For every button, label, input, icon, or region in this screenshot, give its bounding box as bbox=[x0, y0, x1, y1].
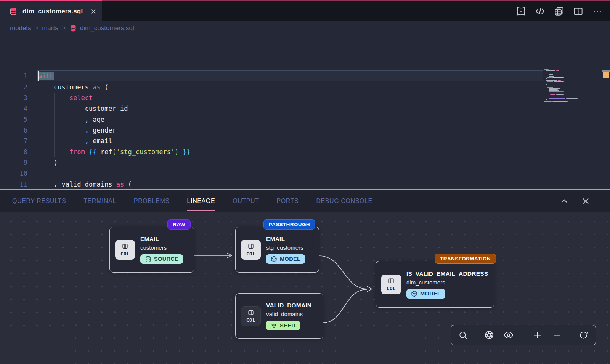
node-type-badge-seed: SEED bbox=[266, 321, 300, 330]
editor-action-icons bbox=[515, 1, 602, 21]
cube-icon bbox=[271, 256, 277, 262]
node-title: IS_VALID_EMAIL_ADDRESS bbox=[406, 270, 488, 277]
graph-toolbar-group bbox=[571, 325, 596, 345]
line-number: 4 bbox=[0, 105, 27, 112]
zoom-out-icon[interactable] bbox=[552, 330, 562, 340]
aperture-icon[interactable] bbox=[484, 330, 494, 340]
app-window: dim_customers.sql models>marts>dim_custo… bbox=[0, 0, 610, 364]
close-panel-icon[interactable] bbox=[580, 196, 591, 206]
code-line-8: 8 from {{ ref('stg_customers') }} bbox=[0, 146, 541, 157]
zoom-in-icon[interactable] bbox=[532, 330, 543, 340]
code-line-6: 6 , gender bbox=[0, 125, 541, 136]
panel-tab-lineage[interactable]: LINEAGE bbox=[187, 190, 215, 212]
node-title: EMAIL bbox=[266, 236, 285, 243]
panel-actions bbox=[559, 190, 610, 212]
panel-tabs: QUERY RESULTSTERMINALPROBLEMSLINEAGEOUTP… bbox=[0, 190, 372, 212]
lineage-node-dim_customers[interactable]: TRANSFORMATIONCOLIS_VALID_EMAIL_ADDRESSd… bbox=[376, 261, 494, 308]
code-line-3: 3 select bbox=[0, 93, 541, 103]
lineage-canvas[interactable]: RAWCOLEMAILcustomersSOURCEPASSTHROUGHCOL… bbox=[0, 212, 610, 364]
tab-dim-customers[interactable]: dim_customers.sql bbox=[0, 0, 102, 21]
line-number: 2 bbox=[0, 83, 27, 91]
column-chip: COL bbox=[241, 240, 261, 260]
ruler-marker-orange[interactable] bbox=[603, 72, 609, 78]
node-badge-transformation: TRANSFORMATION bbox=[435, 254, 496, 264]
search-icon[interactable] bbox=[458, 330, 468, 340]
node-subtitle: valid_domains bbox=[266, 311, 303, 317]
database-icon bbox=[69, 24, 77, 32]
chip-label: COL bbox=[246, 317, 255, 323]
chip-label: COL bbox=[246, 251, 255, 257]
close-icon[interactable] bbox=[90, 6, 97, 17]
refresh-icon[interactable] bbox=[578, 330, 589, 340]
graph-toolbar bbox=[451, 325, 596, 345]
minimap[interactable] bbox=[543, 69, 600, 104]
node-badge-passthrough: PASSTHROUGH bbox=[263, 219, 315, 230]
breadcrumb-item-marts[interactable]: marts bbox=[42, 24, 58, 32]
breadcrumb-item-models[interactable]: models bbox=[10, 24, 31, 32]
code-line-10: 10 bbox=[0, 168, 541, 179]
code-line-9: 9 ) bbox=[0, 157, 541, 168]
cube-icon bbox=[411, 291, 417, 297]
node-type-badge-model: MODEL bbox=[406, 289, 445, 299]
lineage-node-customers[interactable]: RAWCOLEMAILcustomersSOURCE bbox=[109, 227, 194, 273]
breadcrumb-separator: > bbox=[62, 25, 66, 32]
node-subtitle: stg_customers bbox=[266, 244, 303, 251]
panel-tab-debug-console[interactable]: DEBUG CONSOLE bbox=[316, 190, 372, 212]
code-line-5: 5 , age bbox=[0, 114, 541, 125]
column-chip: COL bbox=[241, 306, 261, 326]
code-line-4: 4 customer_id bbox=[0, 103, 541, 114]
node-subtitle: dim_customers bbox=[406, 279, 445, 286]
panel-tab-ports[interactable]: PORTS bbox=[277, 190, 299, 212]
code-icon[interactable] bbox=[535, 6, 545, 17]
line-number: 6 bbox=[0, 126, 27, 134]
line-number: 3 bbox=[0, 94, 27, 102]
line-number: 1 bbox=[0, 72, 27, 80]
panel-tab-bar: QUERY RESULTSTERMINALPROBLEMSLINEAGEOUTP… bbox=[0, 189, 610, 212]
tab-title: dim_customers.sql bbox=[22, 8, 83, 15]
database-icon bbox=[145, 256, 151, 262]
node-type-badge-source: SOURCE bbox=[140, 254, 183, 264]
graph-toolbar-group bbox=[523, 325, 571, 345]
line-number: 9 bbox=[0, 159, 27, 166]
line-number: 10 bbox=[0, 169, 27, 177]
node-subtitle: customers bbox=[140, 244, 167, 251]
line-number: 7 bbox=[0, 137, 27, 145]
column-chip: COL bbox=[381, 275, 401, 294]
panel-tab-terminal[interactable]: TERMINAL bbox=[83, 190, 116, 212]
dbt-logo-icon[interactable] bbox=[515, 6, 526, 17]
node-title: EMAIL bbox=[140, 236, 159, 243]
breadcrumb: models>marts>dim_customers.sql bbox=[0, 21, 610, 35]
seedling-icon bbox=[271, 322, 277, 329]
code-line-1: 1with bbox=[0, 71, 541, 81]
copy-table-icon[interactable] bbox=[554, 6, 564, 17]
database-icon bbox=[9, 6, 18, 17]
chip-label: COL bbox=[120, 251, 130, 257]
graph-toolbar-group bbox=[451, 325, 475, 345]
lineage-node-valid_domains[interactable]: COLVALID_DOMAINvalid_domainsSEED bbox=[235, 293, 323, 339]
panel-tab-problems[interactable]: PROBLEMS bbox=[134, 190, 170, 212]
breadcrumb-item-dim_customers-sql[interactable]: dim_customers.sql bbox=[69, 24, 134, 32]
line-number: 11 bbox=[0, 180, 27, 188]
more-icon[interactable] bbox=[592, 6, 602, 17]
graph-toolbar-group bbox=[475, 325, 523, 345]
split-editor-icon[interactable] bbox=[573, 6, 583, 17]
overview-ruler bbox=[602, 70, 610, 189]
panel-tab-output[interactable]: OUTPUT bbox=[233, 190, 259, 212]
code-line-11: 11 , valid_domains as ( bbox=[0, 179, 541, 189]
lineage-node-stg_customers[interactable]: PASSTHROUGHCOLEMAILstg_customersMODEL bbox=[235, 227, 319, 273]
node-title: VALID_DOMAIN bbox=[266, 302, 311, 309]
node-type-badge-model: MODEL bbox=[266, 254, 305, 264]
code-lines: 1with2 customers as (3 select4 customer_… bbox=[0, 71, 541, 189]
code-line-7: 7 , email bbox=[0, 136, 541, 146]
chip-label: COL bbox=[387, 286, 396, 291]
column-chip: COL bbox=[115, 240, 135, 260]
collapse-panel-icon[interactable] bbox=[559, 196, 570, 206]
node-badge-raw: RAW bbox=[167, 219, 191, 230]
breadcrumb-separator: > bbox=[35, 25, 38, 32]
line-number: 5 bbox=[0, 116, 27, 123]
eye-icon[interactable] bbox=[503, 330, 514, 340]
editor-tab-bar: dim_customers.sql bbox=[0, 0, 610, 21]
panel-tab-query-results[interactable]: QUERY RESULTS bbox=[12, 190, 66, 212]
line-number: 8 bbox=[0, 148, 27, 156]
code-editor[interactable]: 1with2 customers as (3 select4 customer_… bbox=[0, 35, 610, 189]
